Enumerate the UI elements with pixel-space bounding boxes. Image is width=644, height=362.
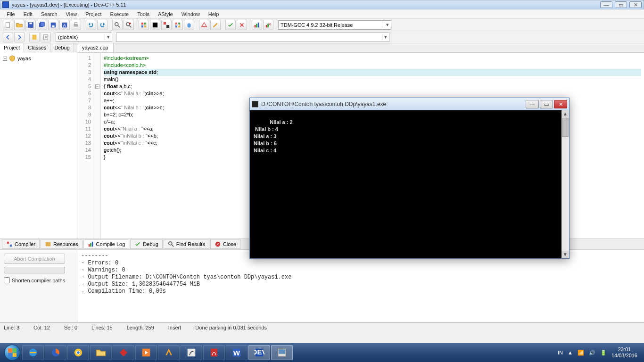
compile-log-panel: Abort Compilation Shorten compiler paths…: [0, 250, 644, 322]
taskbar-ie-icon[interactable]: [22, 345, 44, 360]
menu-search[interactable]: Search: [37, 10, 61, 18]
nav-back-button[interactable]: [3, 32, 13, 42]
menu-astyle[interactable]: AStyle: [154, 10, 177, 18]
scroll-thumb[interactable]: [562, 118, 569, 137]
svg-rect-10: [74, 22, 77, 24]
console-maximize-button[interactable]: ▭: [540, 100, 553, 108]
bookmark-button[interactable]: [29, 32, 40, 42]
profile-analysis-button[interactable]: [252, 20, 262, 30]
save-all-button[interactable]: [37, 20, 47, 30]
console-window[interactable]: D:\CONTOH\Contoh tyas\contoh DDp\yayas1.…: [249, 98, 570, 259]
fold-column: −: [94, 53, 101, 239]
console-scrollbar[interactable]: ▴ ▾: [561, 110, 569, 258]
start-button[interactable]: [3, 343, 22, 362]
status-msg: Done parsing in 0,031 seconds: [195, 325, 267, 330]
tab-debug[interactable]: Debug: [50, 43, 74, 52]
bottom-tab-debug[interactable]: Debug: [130, 239, 162, 249]
menu-edit[interactable]: Edit: [20, 10, 36, 18]
find-button[interactable]: [112, 20, 123, 30]
project-tree[interactable]: + yayas: [0, 52, 77, 239]
delete-profile-button[interactable]: [263, 20, 273, 30]
run-button[interactable]: [150, 20, 160, 30]
console-minimize-button[interactable]: —: [526, 100, 539, 108]
tray-clock[interactable]: 23:0114/03/2016: [611, 346, 637, 359]
taskbar-explorer-icon[interactable]: [90, 345, 112, 360]
replace-button[interactable]: [124, 20, 134, 30]
save-button[interactable]: [25, 20, 36, 30]
console-close-button[interactable]: ✕: [554, 100, 567, 108]
editor-tab[interactable]: yayas2.cpp: [77, 43, 114, 52]
taskbar-console-icon[interactable]: [271, 345, 293, 360]
window-titlebar: yayas - [yayas1.dev] - [Executing] - Dev…: [0, 0, 644, 9]
svg-rect-27: [178, 25, 180, 27]
new-file-button[interactable]: [3, 20, 13, 30]
taskbar-word-icon[interactable]: W: [226, 345, 248, 360]
close-button[interactable]: ✕: [629, 1, 642, 8]
compile-run-button[interactable]: [161, 20, 172, 30]
bottom-tab-compile-log[interactable]: Compile Log: [83, 239, 130, 249]
bottom-tab-resources[interactable]: Resources: [41, 239, 83, 249]
taskbar-chrome-icon[interactable]: [67, 345, 89, 360]
svg-rect-32: [266, 25, 267, 27]
menu-project[interactable]: Project: [82, 10, 105, 18]
taskbar-firefox-icon[interactable]: [45, 345, 66, 360]
save-as-button[interactable]: [48, 20, 58, 30]
profile-button[interactable]: [199, 20, 209, 30]
minimize-button[interactable]: —: [600, 1, 612, 8]
svg-rect-6: [52, 25, 54, 27]
bottom-tab-compiler[interactable]: Compiler: [2, 239, 40, 249]
menu-help[interactable]: Help: [205, 10, 223, 18]
status-sel: Sel: 0: [64, 325, 77, 330]
scroll-down-icon[interactable]: ▾: [561, 251, 569, 258]
console-output[interactable]: Nilai a : 2 Nilai b : 4 Nilai a : 3 Nila…: [250, 110, 569, 258]
tree-root[interactable]: + yayas: [2, 54, 75, 63]
open-button[interactable]: [14, 20, 25, 30]
undo-button[interactable]: [86, 20, 96, 30]
edit-button[interactable]: [210, 20, 221, 30]
print-button[interactable]: [71, 20, 81, 30]
menu-tools[interactable]: Tools: [133, 10, 153, 18]
menu-execute[interactable]: Execute: [106, 10, 132, 18]
debug-stop-button[interactable]: [237, 20, 247, 30]
tray-volume-icon[interactable]: 🔊: [589, 350, 595, 356]
bottom-tab-find[interactable]: Find Results: [164, 239, 209, 249]
nav-forward-button[interactable]: [14, 32, 25, 42]
tray-network-icon[interactable]: 📶: [578, 350, 584, 356]
taskbar-pdf-icon[interactable]: [203, 345, 225, 360]
compile-button[interactable]: [139, 20, 149, 30]
maximize-button[interactable]: ▭: [615, 1, 627, 8]
scope-select[interactable]: (globals)▾: [56, 33, 112, 42]
svg-point-15: [129, 22, 131, 24]
svg-point-42: [169, 242, 172, 245]
debug-button[interactable]: [184, 20, 194, 30]
bottom-tab-close[interactable]: Close: [210, 239, 240, 249]
tab-classes[interactable]: Classes: [24, 43, 50, 52]
goto-button[interactable]: [41, 32, 51, 42]
member-select[interactable]: ▾: [116, 33, 389, 42]
tray-battery-icon[interactable]: 🔋: [600, 350, 607, 356]
close-file-button[interactable]: A: [59, 20, 70, 30]
taskbar-app1-icon[interactable]: [113, 345, 134, 360]
shorten-paths-checkbox[interactable]: Shorten compiler paths: [4, 277, 73, 283]
tray-lang[interactable]: IN: [558, 350, 563, 355]
expand-icon[interactable]: +: [3, 57, 7, 61]
tab-project[interactable]: Project: [0, 43, 24, 52]
debug-check-button[interactable]: [225, 20, 236, 30]
redo-button[interactable]: [97, 20, 107, 30]
menu-file[interactable]: File: [3, 10, 19, 18]
tray-flag-icon[interactable]: ▲: [568, 350, 573, 355]
taskbar-app2-icon[interactable]: [181, 345, 202, 360]
scroll-up-icon[interactable]: ▴: [561, 110, 569, 118]
taskbar-media-icon[interactable]: [135, 345, 157, 360]
console-titlebar[interactable]: D:\CONTOH\Contoh tyas\contoh DDp\yayas1.…: [250, 98, 569, 110]
taskbar-winamp-icon[interactable]: [158, 345, 180, 360]
compiler-select[interactable]: TDM-GCC 4.9.2 32-bit Release▾: [278, 20, 391, 30]
rebuild-button[interactable]: [173, 20, 183, 30]
menu-view[interactable]: View: [62, 10, 81, 18]
windows-taskbar: W DEV IN ▲ 📶 🔊 🔋 23:0114/03/2016: [0, 343, 644, 362]
abort-compilation-button[interactable]: Abort Compilation: [4, 254, 65, 264]
svg-rect-35: [44, 34, 48, 40]
compile-log-text[interactable]: -------- - Errors: 0 - Warnings: 0 - Out…: [77, 250, 644, 322]
menu-window[interactable]: Window: [178, 10, 204, 18]
taskbar-devcpp-icon[interactable]: DEV: [248, 345, 270, 360]
